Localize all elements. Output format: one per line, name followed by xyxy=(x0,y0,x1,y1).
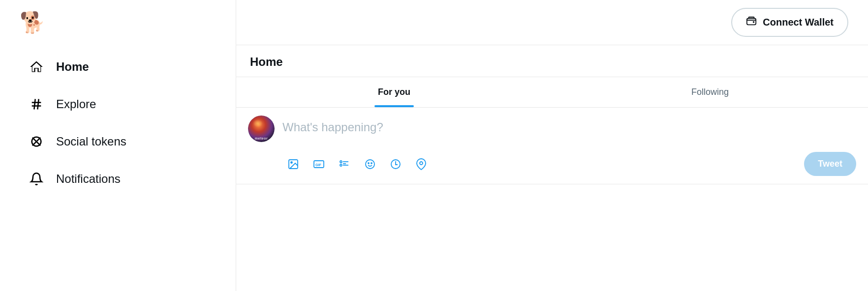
tweet-button[interactable]: Tweet xyxy=(804,152,856,176)
sidebar-notifications-label: Notifications xyxy=(56,172,121,186)
connect-wallet-button[interactable]: Connect Wallet xyxy=(731,8,848,37)
svg-rect-7 xyxy=(747,19,756,25)
sidebar: 🐕 Home Explore xyxy=(0,0,236,291)
sidebar-item-notifications[interactable]: Notifications xyxy=(20,161,216,197)
sidebar-social-tokens-label: Social tokens xyxy=(56,135,126,148)
location-tool-button[interactable] xyxy=(410,153,432,175)
svg-line-2 xyxy=(34,99,35,110)
emoji-tool-button[interactable] xyxy=(359,153,381,175)
sidebar-item-explore[interactable]: Explore xyxy=(20,87,216,122)
svg-point-9 xyxy=(291,162,292,163)
home-title-row: Home xyxy=(236,45,868,77)
hash-icon xyxy=(28,95,45,113)
gif-tool-button[interactable]: GIF xyxy=(308,153,330,175)
tabs-row: For you Following xyxy=(236,77,868,108)
sidebar-explore-label: Explore xyxy=(56,97,96,111)
compose-tools: GIF xyxy=(282,153,432,175)
svg-point-12 xyxy=(340,161,342,163)
compose-top: meteor What's happening? xyxy=(248,116,856,142)
logo[interactable]: 🐕 xyxy=(20,10,45,35)
sidebar-item-social-tokens[interactable]: Social tokens xyxy=(20,124,216,159)
svg-point-18 xyxy=(368,163,369,164)
schedule-tool-button[interactable] xyxy=(385,153,406,175)
tab-following[interactable]: Following xyxy=(552,77,868,107)
tweet-button-label: Tweet xyxy=(818,159,842,169)
tab-following-label: Following xyxy=(691,87,729,97)
svg-point-19 xyxy=(371,163,372,164)
sidebar-item-home[interactable]: Home xyxy=(20,49,216,85)
page-title: Home xyxy=(250,55,854,69)
header: Connect Wallet xyxy=(236,0,868,45)
svg-line-3 xyxy=(37,99,38,110)
compose-input-area[interactable]: What's happening? xyxy=(282,116,856,134)
wallet-icon xyxy=(746,16,757,29)
doge-logo-icon: 🐕 xyxy=(20,12,45,33)
tab-for-you[interactable]: For you xyxy=(236,77,552,107)
cross-icon xyxy=(28,133,45,150)
home-section: Home For you Following meteor Wha xyxy=(236,45,868,291)
image-tool-button[interactable] xyxy=(282,153,304,175)
avatar: meteor xyxy=(248,116,275,142)
tab-for-you-label: For you xyxy=(378,87,410,97)
sidebar-home-label: Home xyxy=(56,60,89,74)
svg-text:GIF: GIF xyxy=(315,163,321,167)
compose-area: meteor What's happening? xyxy=(236,108,868,184)
connect-wallet-label: Connect Wallet xyxy=(763,17,834,28)
svg-point-21 xyxy=(420,162,423,165)
svg-point-13 xyxy=(340,164,342,166)
compose-placeholder[interactable]: What's happening? xyxy=(282,120,383,134)
user-avatar-image: meteor xyxy=(248,116,275,142)
home-icon xyxy=(28,58,45,76)
svg-point-17 xyxy=(366,160,374,169)
poll-tool-button[interactable] xyxy=(334,153,355,175)
bell-icon xyxy=(28,170,45,188)
main-content: Connect Wallet Home For you Following me… xyxy=(236,0,868,291)
compose-bottom: GIF xyxy=(248,152,856,176)
